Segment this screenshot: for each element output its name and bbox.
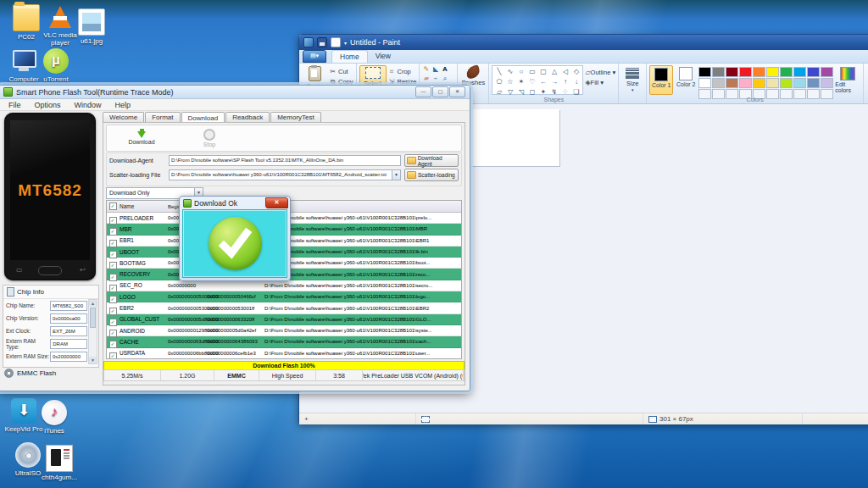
save-icon[interactable] bbox=[317, 37, 327, 47]
download-button[interactable]: Download bbox=[122, 125, 161, 151]
tab-home[interactable]: Home bbox=[331, 50, 368, 63]
shape-right-triangle[interactable]: ◁ bbox=[559, 67, 570, 77]
checkbox-checked-icon[interactable]: ✓ bbox=[109, 202, 117, 210]
palette-color[interactable] bbox=[807, 78, 820, 88]
menu-window[interactable]: Window bbox=[68, 101, 108, 109]
desktop-icon-utorrent[interactable]: µuTorrent bbox=[32, 48, 80, 83]
palette-color[interactable] bbox=[739, 67, 752, 77]
scroll-up-icon[interactable]: ▲ bbox=[89, 300, 97, 307]
table-row[interactable]: ✓LOGO0x00000000050000000x00000000050466c… bbox=[107, 291, 461, 302]
palette-color[interactable] bbox=[712, 78, 725, 88]
shape-arrow-right[interactable]: → bbox=[548, 77, 559, 87]
palette-color[interactable] bbox=[753, 78, 765, 88]
pencil-icon[interactable]: ✎ bbox=[422, 65, 430, 73]
edit-colors-button[interactable]: Edit colors bbox=[835, 65, 860, 95]
menu-options[interactable]: Options bbox=[28, 101, 68, 109]
scroll-thumb[interactable] bbox=[90, 308, 96, 328]
magnifier-icon[interactable]: ⌕ bbox=[441, 75, 448, 82]
chip-info-fields: Chip Name:MT6582_S00Chip Version:0x0000c… bbox=[6, 299, 87, 363]
desktop-icon-chth4gum-[interactable]: chth4gum... bbox=[36, 445, 83, 481]
cut-button[interactable]: ✂Cut bbox=[329, 68, 353, 75]
shape-rounded-rectangle[interactable]: ▢ bbox=[537, 67, 548, 77]
palette-color[interactable] bbox=[766, 78, 779, 88]
palette-color[interactable] bbox=[793, 67, 806, 77]
checkbox-checked-icon[interactable]: ✓ bbox=[109, 352, 117, 359]
flash-tool-title-bar[interactable]: Smart Phone Flash Tool(Runtime Trace Mod… bbox=[0, 86, 470, 99]
desktop-icon-itunes[interactable]: ♪iTunes bbox=[31, 400, 78, 435]
palette-color[interactable] bbox=[780, 67, 793, 77]
table-row[interactable]: ✓USRDATA0x000000006bb800000x000000006cef… bbox=[107, 348, 461, 359]
menu-help[interactable]: Help bbox=[108, 101, 138, 109]
color2-button[interactable]: Color 2 bbox=[675, 65, 697, 95]
palette-color[interactable] bbox=[753, 67, 765, 77]
fill-bucket-icon[interactable]: ◣ bbox=[431, 65, 439, 73]
palette-color[interactable] bbox=[780, 78, 793, 88]
desktop-icon-label: iTunes bbox=[31, 427, 78, 435]
eraser-icon[interactable]: ▰ bbox=[422, 75, 430, 82]
table-row[interactable]: ✓EBR20x00000000053000000x00000000053001f… bbox=[107, 302, 461, 313]
table-row[interactable]: ✓SEC_RO0x00000000D:\From D\mobile softwa… bbox=[107, 280, 461, 291]
scatter-loading-button[interactable]: Scatter-loading bbox=[404, 169, 459, 181]
palette-color[interactable] bbox=[766, 67, 779, 77]
location-cell: D:\From D\mobile software\huawei y360-u6… bbox=[264, 328, 461, 333]
table-row[interactable]: ✓CACHE0x0000000063d800000x00000000643860… bbox=[107, 336, 461, 347]
paint-menu-button[interactable]: ▤▾ bbox=[303, 50, 326, 63]
palette-color[interactable] bbox=[726, 67, 738, 77]
table-row[interactable]: ✓ANDROID0x00000000129800000x000000005d0a… bbox=[107, 325, 461, 336]
dialog-close-button[interactable]: ✕ bbox=[265, 197, 288, 208]
paint-title-bar[interactable]: ▾ Untitled - Paint bbox=[299, 35, 868, 50]
palette-color[interactable] bbox=[793, 78, 806, 88]
palette-color[interactable] bbox=[807, 67, 820, 77]
palette-color[interactable] bbox=[712, 67, 725, 77]
status-cell: EMMC bbox=[214, 370, 259, 380]
color-picker-icon[interactable]: ⌁ bbox=[431, 75, 439, 82]
new-document-icon[interactable] bbox=[331, 37, 341, 47]
palette-color[interactable] bbox=[698, 78, 711, 88]
scatter-file-combo[interactable]: D:\From D\mobile software\huawei y360-u6… bbox=[169, 169, 401, 180]
close-button[interactable]: ✕ bbox=[449, 86, 465, 97]
desktop-icon-u61-jpg[interactable]: u61.jpg bbox=[68, 8, 115, 45]
shape-curve[interactable]: ∿ bbox=[504, 67, 515, 77]
flash-tool-app-icon bbox=[3, 87, 13, 97]
menu-file[interactable]: File bbox=[2, 101, 28, 109]
download-agent-input[interactable]: D:\From D\mobile software\SP Flash Tool … bbox=[169, 155, 401, 166]
outline-button[interactable]: ▱Outline ▾ bbox=[585, 69, 615, 76]
shape-diamond[interactable]: ◇ bbox=[570, 67, 581, 77]
shape-star-6[interactable]: ✶ bbox=[515, 77, 526, 87]
shape-pentagon[interactable]: ⬠ bbox=[493, 77, 504, 87]
dialog-title-bar[interactable]: Download Ok ✕ bbox=[180, 197, 290, 208]
shape-triangle[interactable]: △ bbox=[548, 67, 559, 77]
minimize-button[interactable]: — bbox=[415, 86, 431, 97]
tab-memorytest[interactable]: MemoryTest bbox=[270, 112, 321, 122]
shape-arrow-left[interactable]: ← bbox=[537, 77, 548, 87]
maximize-button[interactable]: ▢ bbox=[432, 86, 448, 97]
shape-oval[interactable]: ○ bbox=[515, 67, 526, 77]
qat-dropdown-icon[interactable]: ▾ bbox=[344, 40, 347, 46]
stop-button[interactable]: Stop bbox=[190, 125, 229, 151]
tab-format[interactable]: Format bbox=[145, 112, 180, 122]
table-row[interactable]: ✓GLOBAL_CUST0x0000000005d800000x00000000… bbox=[107, 314, 461, 325]
fill-button[interactable]: ◈Fill ▾ bbox=[585, 79, 615, 86]
chip-info-scrollbar[interactable]: ▲ ▼ bbox=[88, 299, 97, 364]
crop-button[interactable]: ⌗Crop bbox=[388, 68, 417, 75]
combo-dropdown-icon[interactable]: ▼ bbox=[392, 170, 400, 180]
text-tool-icon[interactable]: A bbox=[441, 65, 448, 73]
shape-arrow-up[interactable]: ↑ bbox=[559, 77, 570, 87]
tab-readback[interactable]: Readback bbox=[225, 112, 270, 122]
palette-color[interactable] bbox=[821, 78, 833, 88]
download-agent-button[interactable]: Download Agent bbox=[404, 154, 459, 167]
tab-view[interactable]: View bbox=[368, 50, 398, 63]
color1-button[interactable]: Color 1 bbox=[649, 65, 673, 95]
shape-heart[interactable]: ♡ bbox=[526, 77, 537, 87]
palette-color[interactable] bbox=[821, 67, 833, 77]
shape-star-5[interactable]: ☆ bbox=[504, 77, 515, 87]
palette-color[interactable] bbox=[739, 78, 752, 88]
size-button[interactable]: Size ▾ bbox=[621, 65, 643, 95]
palette-color[interactable] bbox=[726, 78, 738, 88]
tab-welcome[interactable]: Welcome bbox=[103, 112, 144, 122]
palette-color[interactable] bbox=[698, 67, 711, 77]
shape-rectangle[interactable]: ▭ bbox=[526, 67, 537, 77]
shape-line[interactable]: ╲ bbox=[493, 67, 504, 77]
shape-arrow-down[interactable]: ↓ bbox=[570, 77, 581, 87]
scroll-down-icon[interactable]: ▼ bbox=[89, 357, 97, 363]
